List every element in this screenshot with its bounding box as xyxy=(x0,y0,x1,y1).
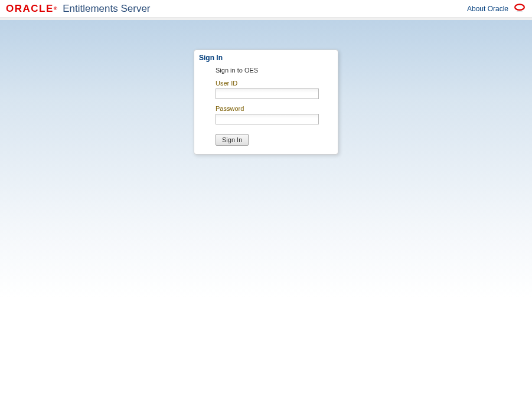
oracle-logo: ORACLE® xyxy=(6,3,58,15)
about-oracle-link[interactable]: About Oracle xyxy=(467,5,508,13)
signin-title: Sign In xyxy=(194,50,338,64)
password-label: Password xyxy=(216,105,333,112)
signin-subtitle: Sign in to OES xyxy=(216,67,333,74)
signin-button[interactable]: Sign In xyxy=(216,134,249,146)
svg-point-0 xyxy=(515,4,524,10)
header-right: About Oracle xyxy=(467,4,526,14)
header-left: ORACLE® Entitlements Server xyxy=(6,3,151,15)
signin-panel: Sign In Sign in to OES User ID Password … xyxy=(194,50,338,155)
content-area: Sign In Sign in to OES User ID Password … xyxy=(0,18,532,417)
oracle-o-icon xyxy=(513,4,526,14)
svg-point-1 xyxy=(517,11,523,12)
signin-body: Sign in to OES User ID Password Sign In xyxy=(194,64,338,154)
password-input[interactable] xyxy=(216,114,319,124)
header: ORACLE® Entitlements Server About Oracle xyxy=(0,0,532,18)
user-id-label: User ID xyxy=(216,80,333,87)
oracle-logo-text: ORACLE xyxy=(6,3,54,15)
app-title: Entitlements Server xyxy=(63,3,150,15)
user-id-input[interactable] xyxy=(216,88,319,99)
oracle-trademark: ® xyxy=(54,6,58,11)
